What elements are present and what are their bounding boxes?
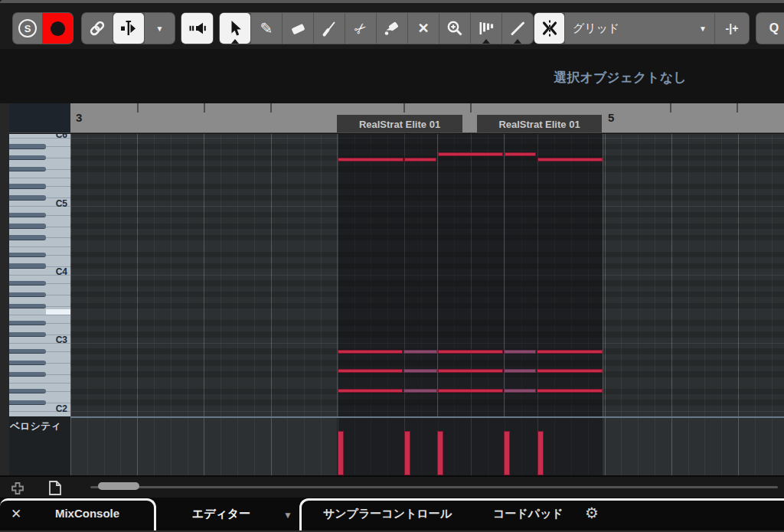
add-lane-button[interactable] [10,481,25,496]
midi-note[interactable] [505,152,536,156]
magnifier-plus-icon [446,19,464,38]
midi-note[interactable] [338,389,403,393]
piano-key-black[interactable] [9,155,46,160]
tab-sampler-control[interactable]: サンプラーコントロール [312,507,462,521]
comp-tool[interactable] [471,13,501,44]
midi-note[interactable] [404,158,436,162]
solo-button[interactable]: S [13,13,42,44]
timeline-ruler[interactable]: 35RealStrat Elite 01RealStrat Elite 01 [70,103,784,133]
object-selection-tool[interactable] [220,13,250,44]
piano-key-black[interactable] [9,253,46,257]
midi-note[interactable] [537,389,603,393]
part-region [337,418,603,475]
piano-key-black[interactable] [9,389,46,393]
horizontal-zoom-track[interactable] [90,486,778,488]
part-label[interactable]: RealStrat Elite 01 [477,115,602,133]
ruler-beat-tick [403,103,405,113]
piano-key-black[interactable] [9,195,46,200]
erase-tool[interactable] [283,13,313,44]
midi-note[interactable] [504,369,536,373]
piano-key-black[interactable] [9,184,46,188]
white-key-separator [46,227,70,227]
acoustic-feedback-button[interactable] [181,13,213,44]
piano-key-black[interactable] [9,361,46,365]
midi-note[interactable] [338,350,403,354]
piano-key-black[interactable] [9,144,46,149]
draw-tool[interactable]: ✎ [251,13,282,44]
scissors-icon: ✂ [351,19,370,38]
velocity-bar[interactable] [537,431,544,475]
white-key-separator [46,323,70,324]
editor-tab-caret-icon[interactable]: ▼ [283,510,292,521]
velocity-lane[interactable] [70,418,784,475]
octave-label: C5 [56,198,67,209]
velocity-bar[interactable] [504,431,510,475]
line-icon [508,19,527,38]
midi-note[interactable] [438,369,503,373]
white-key-separator [9,383,70,383]
tab-mixconsole[interactable]: MixConsole [29,507,145,520]
piano-key-black[interactable] [9,332,46,337]
midi-note[interactable] [403,369,437,373]
lane-presets-button[interactable] [47,480,64,496]
note-grid[interactable] [70,134,784,416]
piano-keyboard[interactable]: C6C5C4C3C2 [9,134,72,416]
ruler-beat-tick [737,103,738,113]
midi-note[interactable] [403,389,437,393]
piano-key-black[interactable] [9,400,46,405]
snap-type-dropdown[interactable]: グリッド ▼ [565,13,714,44]
midi-note[interactable] [438,350,503,354]
velocity-bar[interactable] [404,431,410,475]
white-key-separator [46,295,70,295]
setup-gear-icon[interactable]: ⚙ [585,504,599,522]
horizontal-zoom-handle[interactable] [98,482,139,490]
line-tool[interactable] [502,13,533,44]
midi-note[interactable] [438,152,503,156]
piano-key-black[interactable] [9,292,46,297]
autoscroll-button[interactable] [113,13,144,44]
eraser-icon [289,19,307,38]
iterative-quantize-button[interactable]: Q [756,13,784,44]
piano-key-black[interactable] [9,321,46,325]
midi-note[interactable] [338,158,403,162]
velocity-bar[interactable] [338,431,344,475]
highlighted-key[interactable] [46,309,70,315]
tab-chord-pads[interactable]: コードパッド [481,507,576,521]
midi-note[interactable] [537,350,603,354]
white-key-separator [46,215,70,216]
autoscroll-options-button[interactable]: ▼ [145,13,175,44]
quantize-button[interactable]: -|+ [715,13,749,44]
piano-key-black[interactable] [9,349,46,354]
trim-tool[interactable] [314,13,345,44]
piano-key-black[interactable] [9,167,46,171]
ruler-beat-tick [470,103,472,113]
close-lower-zone-button[interactable]: ✕ [8,506,24,522]
midi-note[interactable] [438,389,503,393]
record-button[interactable] [43,13,73,44]
piano-key-black[interactable] [9,224,46,228]
part-boundary-line [603,134,603,416]
white-key-separator [9,178,70,178]
tab-editor[interactable]: エディター [163,507,279,521]
midi-note[interactable] [403,350,437,354]
piano-key-black[interactable] [9,304,46,308]
midi-note[interactable] [338,369,403,373]
piano-key-black[interactable] [9,281,46,286]
velocity-bar[interactable] [437,431,443,475]
zoom-tool[interactable] [439,13,470,44]
link-pitch-button[interactable] [82,13,113,44]
snap-button[interactable] [534,13,564,44]
midi-note[interactable] [537,158,603,162]
piano-key-black[interactable] [9,372,46,377]
part-label[interactable]: RealStrat Elite 01 [337,115,462,133]
key-editor-window: S [0,0,784,532]
midi-note[interactable] [537,369,603,373]
split-tool[interactable]: ✂ [345,13,376,44]
glue-tool[interactable] [377,13,407,44]
piano-key-black[interactable] [9,213,46,217]
piano-key-black[interactable] [9,235,46,240]
midi-note[interactable] [504,350,536,354]
mute-tool[interactable]: ✕ [408,13,439,44]
midi-note[interactable] [504,389,536,393]
piano-key-black[interactable] [9,263,46,268]
